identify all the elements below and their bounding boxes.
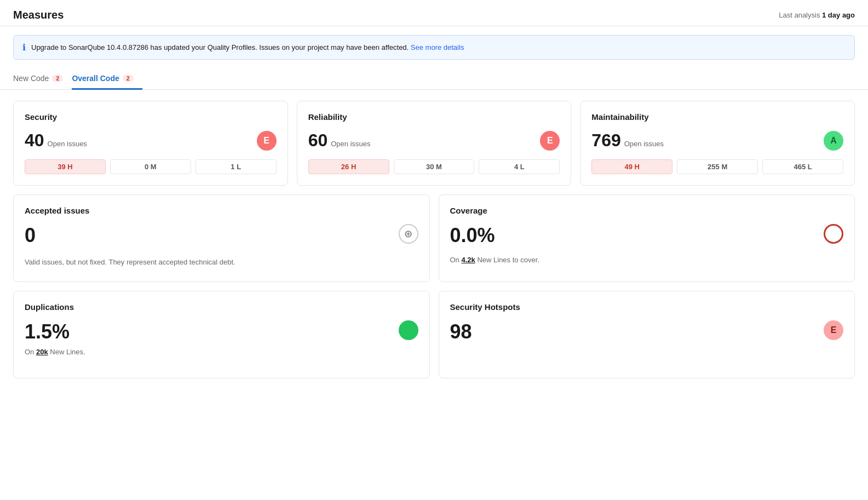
coverage-title: Coverage: [450, 206, 844, 215]
maintainability-card: Maintainability 769 Open issues A 49 H 2…: [580, 101, 855, 186]
reliability-issues-label: Open issues: [331, 140, 370, 148]
duplications-value: 1.5%: [25, 320, 70, 343]
accepted-issues-left: 0: [25, 224, 36, 251]
security-grade-badge: E: [257, 131, 277, 151]
duplications-left: 1.5%: [25, 320, 70, 343]
accepted-issues-card: Accepted issues 0 ⊛ Valid issues, but no…: [13, 194, 430, 282]
tabs-container: New Code 2 Overall Code 2: [0, 68, 868, 90]
duplications-green-dot: [399, 320, 418, 340]
maintainability-low[interactable]: 465 L: [762, 159, 843, 174]
duplications-card: Duplications 1.5% On 20k New Lines.: [13, 291, 430, 378]
security-hotspots-grade-badge: E: [824, 320, 843, 340]
upgrade-banner: ℹ Upgrade to SonarQube 10.4.0.87286 has …: [13, 35, 855, 60]
security-medium[interactable]: 0 M: [110, 159, 191, 174]
security-high[interactable]: 39 H: [25, 159, 106, 174]
coverage-left: 0.0%: [450, 224, 495, 251]
security-hotspots-metric-row: 98 E: [450, 320, 844, 343]
page-header: Measures Last analysis 1 day ago: [0, 0, 868, 26]
see-more-details-link[interactable]: See more details: [411, 43, 464, 51]
security-hotspots-value: 98: [450, 320, 472, 343]
tab-overall-code[interactable]: Overall Code 2: [72, 68, 142, 90]
maintainability-severity-row: 49 H 255 M 465 L: [591, 159, 843, 174]
reliability-medium[interactable]: 30 M: [394, 159, 475, 174]
coverage-value: 0.0%: [450, 224, 495, 247]
new-code-badge: 2: [52, 74, 63, 82]
duplications-metric-row: 1.5%: [25, 320, 418, 343]
accepted-issues-desc: Valid issues, but not fixed. They repres…: [25, 258, 418, 266]
overall-code-badge: 2: [123, 74, 134, 82]
security-severity-row: 39 H 0 M 1 L: [25, 159, 277, 174]
maintainability-medium[interactable]: 255 M: [677, 159, 758, 174]
bottom-cards-row: Duplications 1.5% On 20k New Lines. Secu…: [13, 291, 855, 378]
security-metric-row: 40 Open issues E: [25, 130, 277, 151]
info-icon: ℹ: [22, 42, 26, 53]
maintainability-metric-row: 769 Open issues A: [591, 130, 843, 151]
security-metric: 40 Open issues: [25, 130, 87, 151]
reliability-metric: 60 Open issues: [308, 130, 371, 151]
reliability-count: 60: [308, 130, 328, 151]
duplications-desc: On 20k New Lines.: [25, 348, 418, 356]
security-card: Security 40 Open issues E 39 H 0 M 1 L: [13, 101, 288, 186]
maintainability-issues-label: Open issues: [624, 140, 664, 148]
maintainability-high[interactable]: 49 H: [591, 159, 672, 174]
security-low[interactable]: 1 L: [196, 159, 277, 174]
security-hotspots-left: 98: [450, 320, 472, 343]
accepted-issues-title: Accepted issues: [25, 206, 418, 215]
coverage-card: Coverage 0.0% On 4.2k New Lines to cover…: [439, 194, 855, 282]
reliability-low[interactable]: 4 L: [479, 159, 560, 174]
security-title: Security: [25, 112, 277, 122]
reliability-grade-badge: E: [540, 131, 560, 151]
accepted-issues-metric-row: 0 ⊛: [25, 224, 418, 251]
reliability-title: Reliability: [308, 112, 560, 122]
robot-icon: ⊛: [399, 224, 418, 244]
main-content: Security 40 Open issues E 39 H 0 M 1 L R…: [0, 90, 868, 398]
security-count: 40: [25, 130, 44, 151]
maintainability-count: 769: [591, 130, 620, 151]
security-hotspots-card: Security Hotspots 98 E: [439, 291, 855, 378]
security-hotspots-title: Security Hotspots: [450, 302, 844, 312]
maintainability-metric: 769 Open issues: [591, 130, 664, 151]
reliability-high[interactable]: 26 H: [308, 159, 389, 174]
maintainability-grade-badge: A: [824, 131, 843, 151]
accepted-issues-value: 0: [25, 224, 36, 247]
banner-text: Upgrade to SonarQube 10.4.0.87286 has up…: [31, 43, 464, 51]
duplications-title: Duplications: [25, 302, 418, 312]
tab-new-code[interactable]: New Code 2: [13, 68, 72, 90]
coverage-circle-icon: [824, 224, 843, 244]
middle-cards-row: Accepted issues 0 ⊛ Valid issues, but no…: [13, 194, 855, 282]
last-analysis-text: Last analysis 1 day ago: [779, 11, 855, 19]
top-cards-row: Security 40 Open issues E 39 H 0 M 1 L R…: [13, 101, 855, 186]
coverage-desc: On 4.2k New Lines to cover.: [450, 256, 844, 264]
page-title: Measures: [13, 9, 64, 21]
reliability-severity-row: 26 H 30 M 4 L: [308, 159, 560, 174]
security-issues-label: Open issues: [48, 140, 87, 148]
coverage-metric-row: 0.0%: [450, 224, 844, 251]
reliability-metric-row: 60 Open issues E: [308, 130, 560, 151]
reliability-card: Reliability 60 Open issues E 26 H 30 M 4…: [297, 101, 572, 186]
maintainability-title: Maintainability: [591, 112, 843, 122]
